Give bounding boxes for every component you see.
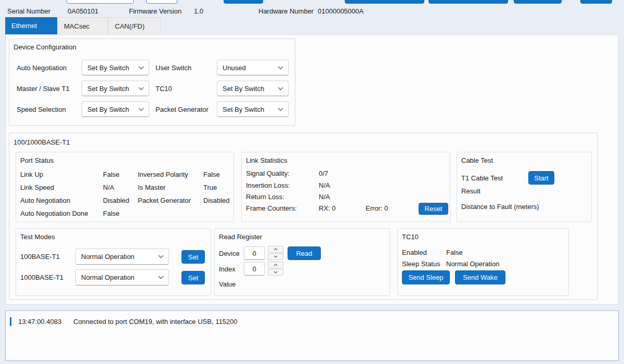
port-status-value: Disabled bbox=[103, 194, 138, 207]
chevron-down-icon bbox=[158, 276, 164, 279]
test-modes-title: Test Modes bbox=[20, 233, 55, 241]
port-status-label: Link Speed bbox=[20, 181, 103, 194]
chevron-down-icon bbox=[274, 255, 278, 258]
return-loss-label: Return Loss: bbox=[246, 193, 284, 201]
port-selector-partial[interactable] bbox=[67, 0, 134, 4]
index-spinner-down-button[interactable] bbox=[268, 269, 283, 276]
port-status-label bbox=[138, 207, 203, 220]
user-switch-select-value: Unused bbox=[223, 64, 246, 72]
test-mode-100base-select[interactable]: Normal Operation bbox=[75, 249, 169, 265]
rx-counter-value: RX: 0 bbox=[319, 204, 336, 212]
test-mode-100base-label: 100BASE-T1 bbox=[20, 253, 60, 261]
insertion-loss-value: N/A bbox=[319, 181, 330, 189]
master-slave-select[interactable]: Set By Switch bbox=[82, 81, 149, 96]
test-mode-1000base-select-value: Normal Operation bbox=[81, 274, 135, 281]
log-panel: 13:47:00.4083 Connected to port COM19, w… bbox=[5, 310, 619, 361]
toolbar-button-partial-1[interactable] bbox=[224, 0, 263, 4]
base-t1-group: 100/1000BASE-T1 Port Status Link Up Fals… bbox=[9, 133, 597, 300]
tab-ethernet[interactable]: Ethernet bbox=[5, 17, 57, 34]
base-t1-title: 100/1000BASE-T1 bbox=[14, 138, 70, 146]
cable-test-result-label: Result bbox=[461, 187, 480, 195]
log-message: Connected to port COM19, with interface … bbox=[73, 318, 238, 326]
interface-selector-partial[interactable] bbox=[146, 0, 177, 4]
t1-cable-test-label: T1 Cable Test bbox=[461, 174, 503, 182]
packet-generator-select[interactable]: Set By Switch bbox=[217, 101, 289, 117]
serial-number-value: 0A050101 bbox=[68, 7, 98, 15]
send-sleep-button[interactable]: Send Sleep bbox=[402, 270, 450, 284]
read-button[interactable]: Read bbox=[288, 246, 321, 260]
test-mode-1000base-select[interactable]: Normal Operation bbox=[75, 269, 169, 285]
reset-button[interactable]: Reset bbox=[419, 203, 448, 215]
packet-generator-label: Packet Generator bbox=[155, 106, 209, 113]
port-status-label: Link Up bbox=[20, 168, 103, 181]
chevron-down-icon bbox=[278, 87, 283, 90]
chevron-down-icon bbox=[158, 255, 164, 258]
port-status-value: Disabled bbox=[203, 194, 230, 207]
start-button[interactable]: Start bbox=[528, 171, 554, 185]
register-index-label: Index bbox=[219, 265, 236, 273]
tab-macsec[interactable]: MACsec bbox=[57, 17, 108, 34]
index-spinner-up-button[interactable] bbox=[268, 262, 283, 268]
set-100base-button[interactable]: Set bbox=[181, 250, 205, 264]
tab-bar: Ethernet MACsec CAN(/FD) bbox=[5, 17, 161, 34]
user-switch-label: User Switch bbox=[155, 64, 191, 72]
auto-negotiation-select[interactable]: Set By Switch bbox=[82, 60, 149, 75]
port-status-grid: Link Up False Inversed Polarity False Li… bbox=[20, 168, 230, 220]
firmware-version-label: Firmware Version bbox=[129, 7, 181, 15]
port-status-label: Auto Negotiation bbox=[20, 194, 103, 207]
speed-selection-select[interactable]: Set By Switch bbox=[82, 101, 149, 117]
read-register-box: Read Register Device 0 Read Index 0 bbox=[214, 228, 390, 296]
index-spinner-arrows bbox=[268, 262, 283, 276]
toolbar-button-partial-5[interactable] bbox=[580, 0, 612, 4]
tc10-label: TC10 bbox=[155, 85, 172, 93]
distance-to-fault-label: Distance to Fault (meters) bbox=[461, 203, 539, 211]
tc10-select[interactable]: Set By Switch bbox=[217, 81, 289, 96]
chevron-down-icon bbox=[278, 66, 283, 70]
device-spinner-down-button[interactable] bbox=[268, 253, 283, 260]
tc10-title: TC10 bbox=[402, 233, 419, 241]
device-spinner-up-button[interactable] bbox=[268, 246, 283, 253]
tc10-enabled-label: Enabled bbox=[402, 249, 427, 256]
serial-number-label: Serial Number bbox=[7, 7, 50, 15]
device-configuration-title: Device Configuration bbox=[14, 43, 76, 51]
tc10-box: TC10 Enabled False Sleep Status Normal O… bbox=[397, 228, 569, 296]
set-1000base-button[interactable]: Set bbox=[181, 271, 205, 284]
test-mode-1000base-label: 1000BASE-T1 bbox=[20, 274, 63, 281]
device-configuration-group: Device Configuration Auto Negotiation Se… bbox=[9, 38, 295, 126]
toolbar-button-partial-4[interactable] bbox=[514, 0, 562, 4]
port-status-value: True bbox=[203, 181, 230, 194]
port-status-label: Auto Negotiation Done bbox=[20, 207, 103, 220]
index-spinner[interactable]: 0 bbox=[244, 262, 265, 276]
port-status-label: Packet Generator bbox=[138, 194, 203, 207]
signal-quality-value: 0/7 bbox=[319, 170, 328, 177]
frame-counters-label: Frame Counters: bbox=[246, 204, 297, 212]
cable-test-title: Cable Test bbox=[461, 157, 493, 164]
port-status-box: Port Status Link Up False Inversed Polar… bbox=[16, 152, 234, 222]
toolbar-button-partial-3[interactable] bbox=[428, 0, 508, 4]
port-status-label: Is Master bbox=[138, 181, 203, 194]
register-device-label: Device bbox=[219, 250, 240, 257]
tab-canfd[interactable]: CAN(/FD) bbox=[108, 17, 161, 34]
user-switch-select[interactable]: Unused bbox=[217, 60, 289, 75]
packet-generator-select-value: Set By Switch bbox=[223, 106, 264, 113]
device-spinner-value: 0 bbox=[252, 250, 256, 257]
firmware-version-value: 1.0 bbox=[194, 7, 203, 15]
master-slave-label: Master / Slave T1 bbox=[17, 85, 70, 93]
tc10-sleep-status-value: Normal Operation bbox=[446, 260, 500, 268]
device-spinner[interactable]: 0 bbox=[244, 246, 265, 260]
send-wake-button[interactable]: Send Wake bbox=[455, 270, 505, 284]
link-statistics-box: Link Statistics Signal Quality: 0/7 Inse… bbox=[241, 152, 450, 222]
speed-selection-label: Speed Selection bbox=[17, 106, 66, 113]
port-status-label: Inversed Polarity bbox=[138, 168, 203, 181]
signal-quality-label: Signal Quality: bbox=[246, 170, 290, 177]
index-spinner-value: 0 bbox=[252, 265, 256, 273]
error-counter-value: Error: 0 bbox=[366, 204, 388, 212]
toolbar-button-partial-2[interactable] bbox=[345, 0, 424, 4]
master-slave-select-value: Set By Switch bbox=[87, 85, 129, 93]
port-status-title: Port Status bbox=[20, 157, 54, 164]
tc10-enabled-value: False bbox=[446, 249, 463, 256]
chevron-down-icon bbox=[138, 87, 144, 90]
return-loss-value: N/A bbox=[319, 193, 330, 201]
chevron-down-icon bbox=[138, 108, 144, 111]
insertion-loss-label: Insertion Loss: bbox=[246, 181, 290, 189]
